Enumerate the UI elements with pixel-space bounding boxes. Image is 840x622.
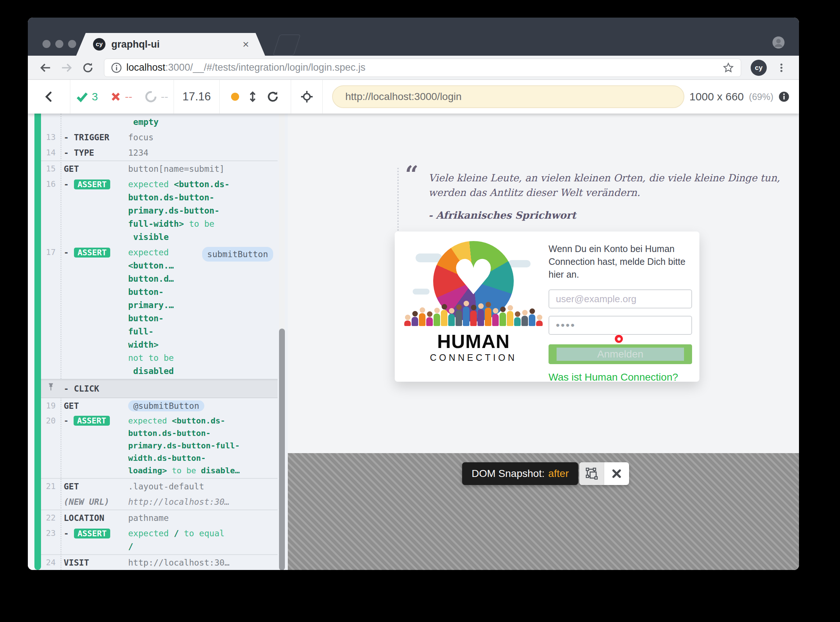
log-command-message: http://localhost:30… bbox=[128, 495, 278, 508]
snapshot-highlight-toggle[interactable] bbox=[579, 462, 604, 485]
person-icon bbox=[478, 303, 484, 326]
new-tab-button[interactable] bbox=[273, 34, 301, 56]
failed-x-icon bbox=[110, 91, 121, 102]
log-row-type[interactable]: 14- TYPE1234 bbox=[41, 145, 278, 160]
log-row-number: 24 bbox=[41, 556, 64, 569]
log-command-name: - ASSERT bbox=[64, 178, 128, 244]
cypress-extension-icon[interactable]: cy bbox=[751, 60, 767, 76]
log-row-number bbox=[41, 495, 64, 508]
log-command-message bbox=[128, 382, 278, 396]
reload-button[interactable] bbox=[78, 58, 97, 77]
profile-avatar-icon[interactable] bbox=[772, 36, 785, 49]
tab-close-icon[interactable]: × bbox=[242, 39, 249, 50]
log-row-assert[interactable]: 20- ASSERTexpected <button.ds- button.ds… bbox=[41, 413, 278, 478]
log-row-number bbox=[41, 382, 64, 396]
log-command-name: - TYPE bbox=[64, 146, 128, 159]
log-row-assert[interactable]: 23- ASSERTexpected / to equal / bbox=[41, 526, 278, 554]
person-icon bbox=[492, 308, 499, 326]
passed-check-icon bbox=[76, 90, 88, 103]
log-row-click[interactable]: - CLICK bbox=[41, 380, 278, 398]
log-row-get[interactable]: 15GETbutton[name=submit] bbox=[41, 161, 278, 177]
log-row-location[interactable]: 22LOCATIONpathname bbox=[41, 510, 278, 526]
quote-text: Viele kleine Leute, an vielen kleinen Or… bbox=[428, 171, 791, 200]
app-under-test: “ Viele kleine Leute, an vielen kleinen … bbox=[288, 114, 799, 570]
traffic-lights[interactable] bbox=[43, 40, 76, 48]
viewport-info-icon[interactable] bbox=[779, 91, 790, 102]
outside-viewport-area: DOM Snapshot: after bbox=[288, 453, 799, 570]
pending-circle-icon bbox=[145, 90, 157, 103]
address-bar: localhost:3000/__/#/tests/integration/lo… bbox=[28, 56, 799, 80]
browser-tab[interactable]: cy graphql-ui × bbox=[76, 33, 265, 56]
cypress-toolbar: 3 -- -- 17.16 http://localhost:3000/logi… bbox=[28, 80, 799, 114]
crowd-of-people bbox=[409, 292, 538, 326]
log-row-number: 21 bbox=[41, 480, 64, 493]
snapshot-label: DOM Snapshot: bbox=[472, 468, 545, 480]
log-command-name: - CLICK bbox=[64, 382, 128, 396]
brand-name-bottom: CONNECTION bbox=[406, 352, 541, 363]
quote-author: - Afrikanisches Sprichwort bbox=[428, 210, 576, 221]
snapshot-state: after bbox=[548, 468, 569, 480]
log-command-name: - ASSERT bbox=[64, 527, 128, 553]
collapse-reporter-button[interactable] bbox=[28, 80, 70, 114]
assert-badge: ASSERT bbox=[74, 248, 110, 258]
forward-button[interactable] bbox=[57, 58, 76, 77]
scroll-updown-icon[interactable] bbox=[247, 90, 259, 103]
log-row-get[interactable]: 19GET@submitButton bbox=[41, 398, 278, 413]
app-url[interactable]: http://localhost:3000/login bbox=[332, 85, 684, 108]
minimize-window-button[interactable] bbox=[55, 40, 63, 48]
submit-button[interactable]: Anmelden bbox=[549, 345, 692, 364]
snapshot-close-button[interactable] bbox=[604, 462, 629, 485]
page-info-icon[interactable] bbox=[111, 62, 122, 73]
titlebar: cy graphql-ui × bbox=[28, 18, 799, 56]
log-row-newurl[interactable]: (NEW URL)http://localhost:30… bbox=[41, 494, 278, 509]
log-row-assert[interactable]: 16- ASSERTexpected <button.ds- button.ds… bbox=[41, 177, 278, 245]
back-button[interactable] bbox=[36, 58, 55, 77]
bookmark-star-icon[interactable] bbox=[723, 62, 734, 74]
viewport-scale: (69%) bbox=[749, 91, 773, 102]
person-icon bbox=[536, 315, 543, 326]
person-icon bbox=[419, 307, 426, 326]
email-input[interactable] bbox=[549, 290, 692, 308]
submit-button-label: Anmelden bbox=[557, 348, 684, 361]
log-row-number: 15 bbox=[41, 162, 64, 175]
auto-scroll-indicator-icon[interactable] bbox=[231, 93, 239, 101]
log-command-message: expected <button.ds- button.ds-button- p… bbox=[128, 178, 278, 244]
test-passed-bar bbox=[34, 114, 41, 570]
restart-tests-icon[interactable] bbox=[266, 90, 279, 103]
url-path: :3000/__/#/tests/integration/login/login… bbox=[166, 62, 365, 73]
log-row-number: 17 bbox=[41, 246, 64, 378]
password-input[interactable] bbox=[549, 316, 692, 335]
log-row-number: 20 bbox=[41, 415, 64, 477]
close-icon bbox=[611, 468, 622, 479]
what-is-link[interactable]: Was ist Human Connection? bbox=[549, 372, 678, 383]
close-window-button[interactable] bbox=[43, 40, 50, 48]
browser-menu-icon[interactable] bbox=[772, 58, 791, 77]
person-icon bbox=[514, 311, 521, 326]
log-row-assert[interactable]: 17- ASSERTexpected <button.… button.d… b… bbox=[41, 245, 278, 379]
maximize-window-button[interactable] bbox=[68, 40, 76, 48]
url-field[interactable]: localhost:3000/__/#/tests/integration/lo… bbox=[104, 59, 741, 77]
passed-count: 3 bbox=[92, 90, 98, 103]
log-row-number: 13 bbox=[41, 131, 64, 144]
log-row[interactable]: to be empty bbox=[41, 114, 278, 130]
log-command-name: GET bbox=[64, 399, 128, 412]
reporter-scrollbar-thumb[interactable] bbox=[279, 329, 285, 570]
log-row-visit[interactable]: 24VISIThttp://localhost:30… bbox=[41, 555, 278, 570]
log-command-name: - ASSERT bbox=[64, 246, 128, 378]
log-row-get[interactable]: 21GET.layout-default bbox=[41, 479, 278, 494]
assert-badge: ASSERT bbox=[74, 180, 110, 189]
selector-playground-button[interactable] bbox=[291, 80, 323, 114]
log-command-message: expected <button.… button.d… button- pri… bbox=[128, 246, 278, 378]
log-command-message: expected <button.ds- button.ds-button- p… bbox=[128, 415, 278, 477]
person-icon bbox=[434, 308, 440, 326]
log-row-trigger[interactable]: 13- TRIGGERfocus bbox=[41, 130, 278, 145]
log-row-number: 14 bbox=[41, 146, 64, 159]
test-duration: 17.16 bbox=[174, 80, 220, 114]
person-icon bbox=[522, 310, 528, 326]
log-command-name: VISIT bbox=[64, 556, 128, 569]
assert-badge: ASSERT bbox=[74, 416, 110, 426]
tab-title: graphql-ui bbox=[111, 39, 160, 50]
log-row-number: 19 bbox=[41, 399, 64, 412]
log-command-message: 1234 bbox=[128, 146, 278, 159]
dom-snapshot-tooltip: DOM Snapshot: after bbox=[462, 462, 578, 485]
